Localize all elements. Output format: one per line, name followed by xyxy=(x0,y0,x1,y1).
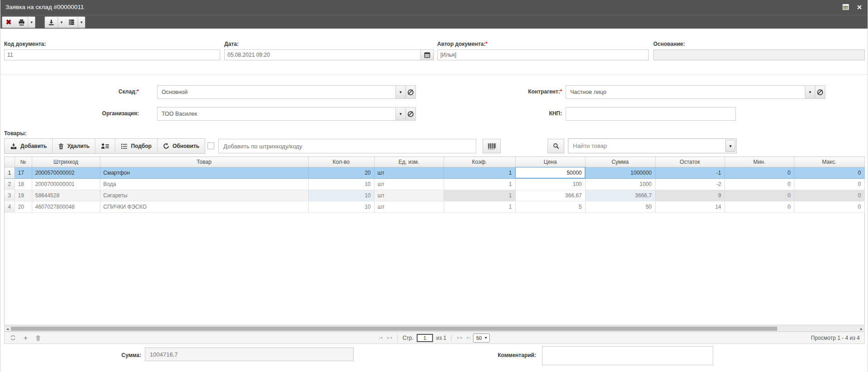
warehouse-clear-button[interactable] xyxy=(406,85,416,99)
cell-price[interactable]: 366,67 xyxy=(515,190,585,201)
cell-coef[interactable]: 1 xyxy=(444,201,515,212)
product-search-select[interactable]: Найти товар ▾ xyxy=(568,138,737,153)
date-picker-button[interactable] xyxy=(420,49,434,60)
cell-min[interactable]: 0 xyxy=(725,190,794,201)
barcode-checkbox[interactable] xyxy=(207,142,214,149)
cell-row-number[interactable]: 2 xyxy=(5,178,15,190)
header-min[interactable]: Мин. xyxy=(725,157,794,167)
pick-products-button[interactable]: Подбор xyxy=(115,139,158,153)
h-scrollbar[interactable]: ◂ ▸ xyxy=(4,326,865,332)
counterparty-dropdown-button[interactable]: ▼ xyxy=(805,85,815,99)
organization-value[interactable]: ТОО Василек xyxy=(157,107,396,121)
knp-input[interactable] xyxy=(566,107,736,121)
cell-stock[interactable]: 9 xyxy=(655,190,725,201)
cell-row-number[interactable]: 4 xyxy=(5,201,15,212)
cell-product[interactable]: Сигареты xyxy=(100,190,308,201)
cell-coef[interactable]: 1 xyxy=(444,178,515,190)
cell-stock[interactable]: -2 xyxy=(655,178,725,190)
cell-sum[interactable]: 3666,7 xyxy=(585,190,655,201)
cell-max[interactable]: 0 xyxy=(794,201,864,212)
cell-number[interactable]: 20 xyxy=(15,201,32,212)
cell-qty[interactable]: 10 xyxy=(308,178,374,190)
organization-clear-button[interactable] xyxy=(406,107,416,121)
header-coef[interactable]: Коэф. xyxy=(444,157,515,167)
header-max[interactable]: Макс. xyxy=(794,157,864,167)
cell-max[interactable]: 0 xyxy=(794,167,864,178)
comment-textarea[interactable] xyxy=(542,346,713,365)
register-button[interactable] xyxy=(65,17,78,28)
cell-unit[interactable]: шт xyxy=(374,178,444,190)
cell-row-number[interactable]: 1 xyxy=(5,167,15,178)
organization-dropdown-button[interactable]: ▼ xyxy=(396,107,406,121)
cell-number[interactable]: 17 xyxy=(15,167,32,178)
header-price[interactable]: Цена xyxy=(515,157,585,167)
export-menu-button[interactable]: ▾ xyxy=(58,17,65,28)
cell-sum[interactable]: 50 xyxy=(585,201,655,212)
print-menu-button[interactable]: ▾ xyxy=(28,17,35,28)
page-size-select[interactable]: 50 ▾ xyxy=(473,333,490,343)
cell-coef[interactable]: 1 xyxy=(444,190,515,201)
refresh-products-button[interactable]: Обновить xyxy=(158,139,205,153)
cell-coef[interactable]: 1 xyxy=(444,167,515,178)
cell-qty[interactable]: 10 xyxy=(308,190,374,201)
cell-unit[interactable]: шт xyxy=(374,201,444,212)
barcode-input[interactable] xyxy=(218,139,476,153)
header-qty[interactable]: Кол-во xyxy=(308,157,374,167)
cell-product[interactable]: Вода xyxy=(100,178,308,190)
first-page-button[interactable]: |◄ xyxy=(379,336,383,340)
remove-product-button[interactable]: Удалить xyxy=(53,139,95,153)
page-input[interactable] xyxy=(417,334,433,342)
scroll-left-icon[interactable]: ◂ xyxy=(5,326,10,331)
cell-stock[interactable]: -1 xyxy=(655,167,725,178)
cell-price[interactable]: 5 xyxy=(515,201,585,212)
header-stock[interactable]: Остаток xyxy=(655,157,725,167)
cell-barcode[interactable]: 4607027800048 xyxy=(32,201,100,212)
close-icon[interactable]: ✕ xyxy=(857,4,862,10)
cell-min[interactable]: 0 xyxy=(725,201,794,212)
grid-reload-icon[interactable] xyxy=(10,335,16,341)
print-button[interactable] xyxy=(15,17,28,28)
cell-stock[interactable]: 14 xyxy=(655,201,725,212)
header-product[interactable]: Товар xyxy=(100,157,308,167)
cell-max[interactable]: 0 xyxy=(794,178,864,190)
barcode-scan-button[interactable] xyxy=(483,139,501,153)
cell-barcode[interactable]: 58644528 xyxy=(32,190,100,201)
grid-delete-row-icon[interactable] xyxy=(35,335,41,341)
cell-qty[interactable]: 20 xyxy=(308,167,374,178)
cell-barcode[interactable]: 2000700000001 xyxy=(32,178,100,190)
next-page-button[interactable]: ►► xyxy=(457,336,463,340)
cell-barcode[interactable]: 2000570000002 xyxy=(32,167,100,178)
search-product-button[interactable] xyxy=(547,139,564,153)
cell-product[interactable]: СПИЧКИ ФЭСКО xyxy=(100,201,308,212)
export-button[interactable] xyxy=(45,17,58,28)
cell-product[interactable]: Смартфон xyxy=(100,167,308,178)
author-input[interactable] xyxy=(437,49,649,60)
counterparty-clear-button[interactable] xyxy=(815,85,825,99)
cell-price[interactable]: 100 xyxy=(515,178,585,190)
prev-page-button[interactable]: ◄◄ xyxy=(386,336,392,340)
cell-unit[interactable]: шт xyxy=(374,167,444,178)
cell-price[interactable]: 50000 xyxy=(515,167,585,178)
header-number[interactable]: № xyxy=(15,157,32,167)
register-menu-button[interactable]: ▾ xyxy=(78,17,85,28)
doc-code-input[interactable] xyxy=(4,49,220,60)
copy-products-button[interactable] xyxy=(95,139,115,153)
header-sum[interactable]: Сумма xyxy=(585,157,655,167)
cell-number[interactable]: 19 xyxy=(15,190,32,201)
last-page-button[interactable]: ►| xyxy=(466,336,470,340)
grid-add-row-icon[interactable]: + xyxy=(24,335,28,341)
date-input[interactable] xyxy=(224,49,420,60)
delete-document-button[interactable]: ✖ xyxy=(2,17,15,28)
cell-min[interactable]: 0 xyxy=(725,167,794,178)
counterparty-value[interactable]: Частное лицо xyxy=(566,85,805,99)
header-barcode[interactable]: Штрихкод xyxy=(32,157,100,167)
warehouse-value[interactable]: Основной xyxy=(157,85,396,99)
warehouse-dropdown-button[interactable]: ▼ xyxy=(396,85,406,99)
cell-unit[interactable]: шт xyxy=(374,190,444,201)
scroll-right-icon[interactable]: ▸ xyxy=(858,326,864,331)
cell-sum[interactable]: 1000000 xyxy=(585,167,655,178)
cell-max[interactable]: 0 xyxy=(794,190,864,201)
cell-min[interactable]: 0 xyxy=(725,178,794,190)
cell-qty[interactable]: 10 xyxy=(308,201,374,212)
cell-sum[interactable]: 1000 xyxy=(585,178,655,190)
